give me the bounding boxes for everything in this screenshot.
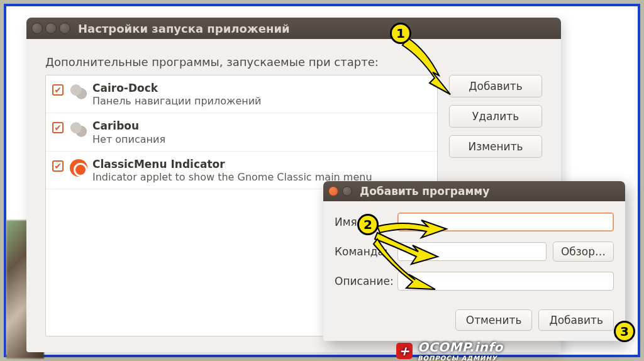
gears-icon — [70, 121, 87, 138]
watermark-sub: ВОПРОСЫ АДМИНУ — [418, 355, 503, 361]
checkbox-icon[interactable] — [52, 84, 64, 96]
item-title: Cairo-Dock — [92, 82, 262, 95]
main-window-title: Настройки запуска приложений — [78, 22, 290, 35]
annotation-badge-3: 3 — [614, 321, 635, 342]
dialog-add-button[interactable]: Добавить — [538, 309, 614, 331]
watermark-brand: OCOMP.info — [418, 340, 503, 355]
window-close-icon[interactable] — [31, 23, 43, 34]
window-maximize-icon[interactable] — [59, 23, 70, 34]
dialog-title: Добавить программу — [360, 185, 489, 197]
dialog-titlebar: Добавить программу — [323, 181, 625, 201]
annotation-badge-2: 2 — [357, 214, 379, 235]
ubuntu-icon — [70, 159, 87, 177]
list-caption: Дополнительные программы, запускаемые пр… — [45, 55, 542, 69]
checkbox-icon[interactable] — [52, 122, 64, 133]
remove-button[interactable]: Удалить — [449, 105, 542, 128]
cancel-button[interactable]: Отменить — [455, 309, 533, 331]
item-desc: Панель навигации приложений — [92, 95, 262, 108]
dialog-maximize-icon[interactable] — [342, 186, 352, 196]
item-desc: Нет описания — [92, 133, 165, 146]
main-titlebar: Настройки запуска приложений — [26, 18, 561, 39]
checkbox-icon[interactable] — [52, 160, 64, 172]
watermark: + OCOMP.info ВОПРОСЫ АДМИНУ — [396, 340, 503, 361]
item-title: ClassicMenu Indicator — [92, 158, 372, 171]
browse-button[interactable]: Обзор… — [553, 242, 614, 262]
annotation-badge-1: 1 — [390, 23, 411, 44]
gears-icon — [70, 83, 87, 101]
window-minimize-icon[interactable] — [45, 23, 57, 34]
dialog-close-icon[interactable] — [328, 186, 338, 196]
list-item[interactable]: Cairo-Dock Панель навигации приложений — [46, 75, 437, 113]
list-item[interactable]: Caribou Нет описания — [46, 113, 437, 151]
plus-icon: + — [396, 343, 413, 359]
item-title: Caribou — [92, 119, 165, 133]
edit-button[interactable]: Изменить — [449, 135, 542, 158]
